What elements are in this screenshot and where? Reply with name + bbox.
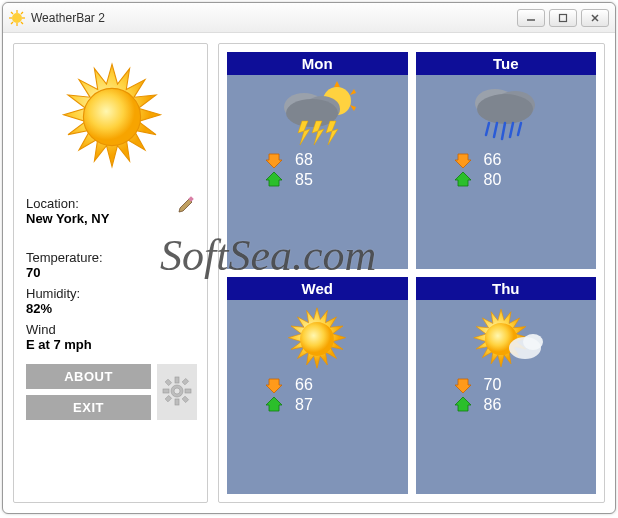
edit-location-icon[interactable] (177, 194, 197, 214)
svg-marker-46 (455, 154, 471, 168)
window-title: WeatherBar 2 (31, 11, 517, 25)
forecast-card-mon: Mon (227, 52, 408, 269)
forecast-high-row: 86 (416, 396, 597, 414)
forecast-high-value: 87 (295, 396, 313, 414)
svg-rect-20 (185, 389, 191, 393)
svg-line-45 (518, 123, 521, 135)
svg-line-5 (11, 12, 13, 14)
arrow-up-icon (454, 171, 472, 189)
titlebar: WeatherBar 2 (3, 3, 615, 33)
arrow-up-icon (454, 396, 472, 414)
svg-marker-29 (350, 105, 356, 111)
current-conditions-panel: Location: New York, NY Temperature: 70 H… (13, 43, 208, 503)
svg-marker-50 (266, 379, 282, 393)
temperature-value: 70 (26, 265, 197, 280)
svg-line-8 (11, 22, 13, 24)
sunny-icon (272, 304, 362, 374)
forecast-low-row: 66 (416, 151, 597, 169)
forecast-low-row: 70 (416, 376, 597, 394)
humidity-label: Humidity: (26, 286, 197, 301)
svg-line-6 (21, 22, 23, 24)
about-button[interactable]: ABOUT (26, 364, 151, 389)
svg-marker-28 (350, 89, 356, 95)
svg-rect-18 (175, 399, 179, 405)
forecast-day-label: Wed (227, 277, 408, 300)
app-window: WeatherBar 2 Location: (2, 2, 616, 514)
forecast-low-row: 68 (227, 151, 408, 169)
svg-marker-37 (266, 172, 282, 186)
forecast-high-row: 85 (227, 171, 408, 189)
svg-rect-21 (165, 379, 171, 385)
location-value: New York, NY (26, 211, 109, 226)
window-controls (517, 9, 609, 27)
gear-icon (162, 376, 192, 409)
svg-line-44 (510, 123, 513, 137)
current-weather-icon (57, 62, 167, 172)
arrow-up-icon (265, 171, 283, 189)
svg-marker-35 (326, 121, 338, 145)
forecast-high-value: 86 (484, 396, 502, 414)
svg-line-42 (494, 123, 497, 137)
arrow-up-icon (265, 396, 283, 414)
forecast-day-label: Tue (416, 52, 597, 75)
svg-point-55 (523, 334, 543, 350)
exit-button[interactable]: EXIT (26, 395, 151, 420)
forecast-low-value: 66 (484, 151, 502, 169)
maximize-button[interactable] (549, 9, 577, 27)
arrow-down-icon (265, 151, 283, 169)
svg-point-40 (477, 94, 533, 124)
forecast-high-value: 85 (295, 171, 313, 189)
svg-line-41 (486, 123, 489, 135)
forecast-low-value: 68 (295, 151, 313, 169)
svg-point-14 (83, 88, 140, 145)
location-label: Location: (26, 196, 109, 211)
thunderstorm-icon (272, 79, 362, 149)
svg-rect-22 (182, 396, 188, 402)
arrow-down-icon (454, 376, 472, 394)
forecast-day-label: Thu (416, 277, 597, 300)
svg-point-25 (174, 388, 180, 394)
rain-icon (461, 79, 551, 149)
forecast-high-row: 87 (227, 396, 408, 414)
forecast-high-row: 80 (416, 171, 597, 189)
svg-marker-56 (455, 379, 471, 393)
svg-marker-57 (455, 397, 471, 411)
forecast-panel: Mon (218, 43, 605, 503)
svg-rect-10 (560, 14, 567, 21)
svg-point-0 (12, 13, 22, 23)
svg-point-49 (300, 322, 334, 356)
svg-marker-27 (334, 81, 340, 87)
svg-rect-24 (165, 395, 171, 401)
forecast-high-value: 80 (484, 171, 502, 189)
svg-rect-17 (175, 377, 179, 383)
arrow-down-icon (454, 151, 472, 169)
forecast-card-tue: Tue (416, 52, 597, 269)
svg-marker-51 (266, 397, 282, 411)
wind-label: Wind (26, 322, 197, 337)
temperature-label: Temperature: (26, 250, 197, 265)
settings-button[interactable] (157, 364, 197, 420)
close-button[interactable] (581, 9, 609, 27)
svg-marker-47 (455, 172, 471, 186)
wind-value: E at 7 mph (26, 337, 197, 352)
forecast-day-label: Mon (227, 52, 408, 75)
svg-marker-36 (266, 154, 282, 168)
minimize-button[interactable] (517, 9, 545, 27)
svg-line-7 (21, 12, 23, 14)
svg-rect-19 (163, 389, 169, 393)
svg-line-43 (502, 123, 505, 139)
forecast-low-row: 66 (227, 376, 408, 394)
content-area: Location: New York, NY Temperature: 70 H… (3, 33, 615, 513)
forecast-card-thu: Thu (416, 277, 597, 494)
partly-sunny-icon (461, 304, 551, 374)
arrow-down-icon (265, 376, 283, 394)
app-icon (9, 10, 25, 26)
forecast-card-wed: Wed 66 (227, 277, 408, 494)
svg-rect-23 (182, 378, 188, 384)
forecast-low-value: 70 (484, 376, 502, 394)
forecast-low-value: 66 (295, 376, 313, 394)
humidity-value: 82% (26, 301, 197, 316)
